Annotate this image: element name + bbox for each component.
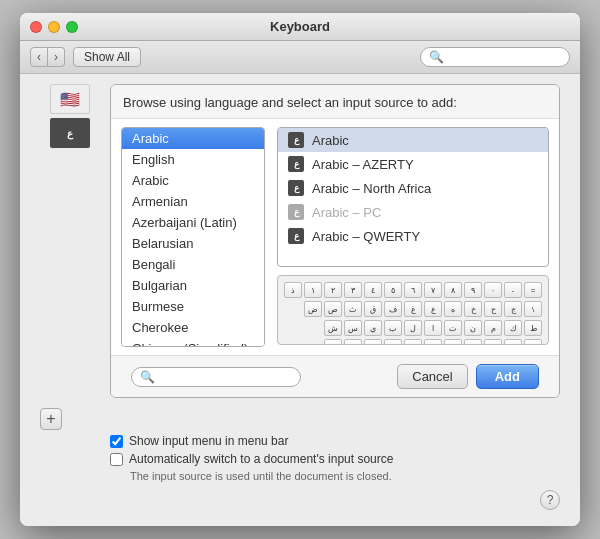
kbd-row-3: ش س ي ب ل ا ت ن م ك ط (284, 320, 542, 336)
outer-panel: 🇺🇸 ع Browse using language and select an… (20, 74, 580, 526)
source-label: Arabic – North Africa (312, 181, 431, 196)
kbd-key: ٨ (444, 282, 462, 298)
left-sidebar: 🇺🇸 ع (40, 84, 100, 148)
show-menu-row: Show input menu in menu bar (40, 434, 560, 448)
kbd-key: ي (364, 320, 382, 336)
kbd-key: ح (484, 301, 502, 317)
kbd-key: ء (344, 339, 362, 345)
bottom-buttons: Cancel Add (397, 364, 539, 389)
cancel-button[interactable]: Cancel (397, 364, 467, 389)
kbd-key: ز (484, 339, 502, 345)
kbd-key: س (344, 320, 362, 336)
source-icon: ع (288, 132, 304, 148)
language-item[interactable]: English (122, 149, 264, 170)
kbd-key: ٦ (404, 282, 422, 298)
kbd-key: ت (444, 320, 462, 336)
kbd-key: ا (424, 320, 442, 336)
input-source-item[interactable]: ع Arabic – AZERTY (278, 152, 548, 176)
toolbar-search[interactable]: 🔍 (420, 47, 570, 67)
show-all-button[interactable]: Show All (73, 47, 141, 67)
flag-item[interactable]: 🇺🇸 (50, 84, 90, 114)
kbd-key: ب (384, 320, 402, 336)
close-button[interactable] (30, 21, 42, 33)
kbd-key: ٠ (484, 282, 502, 298)
kbd-key: \ (524, 301, 542, 317)
language-item[interactable]: Azerbaijani (Latin) (122, 212, 264, 233)
language-item[interactable]: Belarusian (122, 233, 264, 254)
kbd-key: ٥ (384, 282, 402, 298)
kbd-key: ف (384, 301, 402, 317)
input-source-item-disabled[interactable]: ع Arabic – PC (278, 200, 548, 224)
back-button[interactable]: ‹ (30, 47, 48, 67)
kbd-key: ن (464, 320, 482, 336)
kbd-key: = (524, 282, 542, 298)
kbd-key: ل (404, 320, 422, 336)
input-source-item[interactable]: ع Arabic – North Africa (278, 176, 548, 200)
plus-icon: + (46, 410, 55, 428)
help-button[interactable]: ? (540, 490, 560, 510)
add-button[interactable]: Add (476, 364, 539, 389)
kbd-key: ئ (324, 339, 342, 345)
kbd-key: ظ (504, 339, 522, 345)
show-menu-checkbox[interactable] (110, 435, 123, 448)
kbd-key: ث (344, 301, 362, 317)
language-list[interactable]: Arabic English Arabic Armenian Azerbaija… (121, 127, 265, 347)
forward-button[interactable]: › (48, 47, 65, 67)
list-search-field[interactable]: 🔍 (131, 367, 301, 387)
search-icon: 🔍 (429, 50, 444, 64)
language-item[interactable]: Arabic (122, 170, 264, 191)
keyboard-preview: ذ ١ ٢ ٣ ٤ ٥ ٦ ٧ ٨ ٩ ٠ - (277, 275, 549, 345)
kbd-key: م (484, 320, 502, 336)
auto-switch-subtext: The input source is used until the docum… (40, 470, 560, 482)
kbd-key: ط (524, 320, 542, 336)
kbd-key: ض (304, 301, 322, 317)
language-item[interactable]: Bengali (122, 254, 264, 275)
keyboard-window: Keyboard ‹ › Show All 🔍 🇺🇸 ع Browse usin… (20, 13, 580, 526)
kbd-row-1: ذ ١ ٢ ٣ ٤ ٥ ٦ ٧ ٨ ٩ ٠ - (284, 282, 542, 298)
browse-label: Browse using language and select an inpu… (123, 95, 457, 110)
input-source-item[interactable]: ع Arabic (278, 128, 548, 152)
add-source-button[interactable]: + (40, 408, 62, 430)
source-icon: ع (288, 156, 304, 172)
kbd-key: ٤ (364, 282, 382, 298)
language-item[interactable]: Bulgarian (122, 275, 264, 296)
language-item[interactable]: Burmese (122, 296, 264, 317)
kbd-key: ٢ (324, 282, 342, 298)
maximize-button[interactable] (66, 21, 78, 33)
source-label: Arabic (312, 133, 349, 148)
language-item[interactable]: Arabic (122, 128, 264, 149)
sidebar-source-icon[interactable]: ع (50, 118, 90, 148)
kbd-row-4: ئ ء ؤ ر لا ى ة و ز ظ . (284, 339, 542, 345)
kbd-key: ى (424, 339, 442, 345)
kbd-key: ش (324, 320, 342, 336)
toolbar: ‹ › Show All 🔍 (20, 41, 580, 74)
auto-switch-row: Automatically switch to a document's inp… (40, 452, 560, 466)
main-panel: Browse using language and select an inpu… (110, 84, 560, 398)
language-item[interactable]: Armenian (122, 191, 264, 212)
source-icon: ع (288, 180, 304, 196)
kbd-key: ع (424, 301, 442, 317)
outer-left-panel: 🇺🇸 ع Browse using language and select an… (40, 84, 560, 398)
minimize-button[interactable] (48, 21, 60, 33)
kbd-key: ٧ (424, 282, 442, 298)
kbd-key: ة (444, 339, 462, 345)
language-item[interactable]: Chinese (Simplified) (122, 338, 264, 347)
kbd-key: ق (364, 301, 382, 317)
kbd-key: غ (404, 301, 422, 317)
auto-switch-checkbox[interactable] (110, 453, 123, 466)
nav-buttons: ‹ › (30, 47, 65, 67)
show-menu-label: Show input menu in menu bar (129, 434, 288, 448)
auto-switch-label: Automatically switch to a document's inp… (129, 452, 393, 466)
search-icon: 🔍 (140, 370, 155, 384)
source-label: Arabic – QWERTY (312, 229, 420, 244)
kbd-key: ٣ (344, 282, 362, 298)
traffic-lights (30, 21, 78, 33)
source-label: Arabic – PC (312, 205, 381, 220)
input-source-panel: ع Arabic ع Arabic – AZERTY ع Arabic – No… (277, 127, 549, 347)
input-source-item[interactable]: ع Arabic – QWERTY (278, 224, 548, 248)
language-item[interactable]: Cherokee (122, 317, 264, 338)
add-row: + (40, 402, 560, 430)
kbd-key: ص (324, 301, 342, 317)
kbd-key: ذ (284, 282, 302, 298)
input-source-list[interactable]: ع Arabic ع Arabic – AZERTY ع Arabic – No… (277, 127, 549, 267)
